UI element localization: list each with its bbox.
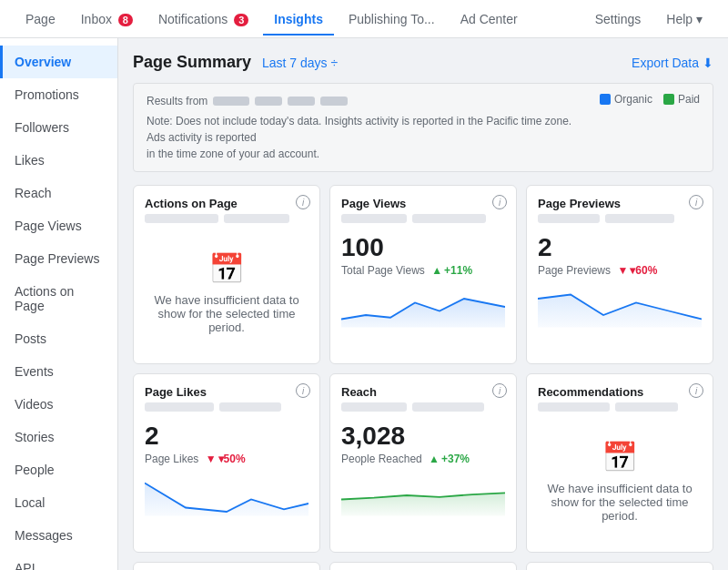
blurred-9 bbox=[341, 402, 407, 412]
info-box: Results from Note: Does not include toda… bbox=[133, 83, 713, 172]
blurred-2 bbox=[224, 214, 289, 223]
svg-marker-1 bbox=[538, 295, 702, 328]
blurred-6 bbox=[605, 214, 674, 223]
metric-label-page-likes: Page Likes ▼▾50% bbox=[145, 453, 308, 465]
blurred-8 bbox=[219, 402, 281, 412]
metric-card-page-likes: Page Likes i 2 Page Likes ▼▾50% bbox=[133, 373, 320, 553]
info-icon-page-views[interactable]: i bbox=[492, 195, 507, 209]
legend-organic: Organic bbox=[600, 93, 652, 106]
blurred-7 bbox=[145, 402, 214, 412]
sidebar-item-followers[interactable]: Followers bbox=[0, 111, 117, 144]
metric-title-actions: Actions on Page bbox=[145, 197, 308, 210]
metric-card-reach: Reach i 3,028 People Reached ▲+37% bbox=[329, 373, 517, 553]
nav-ad-center[interactable]: Ad Center bbox=[450, 3, 529, 36]
page-summary-header: Page Summary Last 7 days ÷ Export Data ⬇ bbox=[133, 53, 713, 72]
insufficient-recommendations: 📅 We have insufficient data to show for … bbox=[538, 422, 702, 541]
sidebar-item-page-previews[interactable]: Page Previews bbox=[0, 242, 117, 275]
info-note: Note: Does not include today's data. Ins… bbox=[147, 113, 585, 162]
metric-label-reach: People Reached ▲+37% bbox=[341, 453, 505, 465]
metric-value-page-likes: 2 bbox=[145, 422, 308, 451]
metric-card-videos: Videos i 32 Total Video Views ▲+39% bbox=[526, 562, 713, 570]
calendar-icon-actions: 📅 bbox=[154, 251, 299, 286]
export-data-button[interactable]: Export Data ⬇ bbox=[632, 56, 713, 70]
metric-change-page-views: ▲+11% bbox=[431, 264, 472, 277]
metric-label-page-views: Total Page Views ▲+11% bbox=[341, 264, 505, 277]
metric-title-recommendations: Recommendations bbox=[538, 385, 702, 399]
info-icon-page-likes[interactable]: i bbox=[296, 383, 310, 398]
chart-page-likes bbox=[145, 473, 308, 518]
blurred-3 bbox=[341, 214, 407, 223]
metric-label-page-previews: Page Previews ▼▾60% bbox=[538, 264, 702, 277]
metric-title-page-views: Page Views bbox=[341, 197, 505, 210]
metric-change-page-previews: ▼▾60% bbox=[617, 264, 657, 277]
sidebar-item-events[interactable]: Events bbox=[0, 355, 117, 388]
redacted-text-2 bbox=[255, 97, 282, 106]
blurred-5 bbox=[538, 214, 600, 223]
nav-notifications[interactable]: Notifications 3 bbox=[147, 3, 259, 36]
metric-card-page-responsiveness: Page Responsiveness As of i 80% Response… bbox=[329, 562, 517, 570]
organic-dot bbox=[600, 94, 611, 105]
redacted-text-1 bbox=[213, 97, 249, 106]
sidebar: Overview Promotions Followers Likes Reac… bbox=[0, 38, 118, 570]
metrics-grid: Actions on Page i 📅 We have insufficient… bbox=[133, 185, 713, 570]
metric-change-reach: ▲+37% bbox=[429, 453, 470, 465]
metric-card-page-views: Page Views i 100 Total Page Views ▲+11% bbox=[329, 185, 517, 364]
sidebar-item-page-views[interactable]: Page Views bbox=[0, 209, 117, 242]
sidebar-item-promotions[interactable]: Promotions bbox=[0, 78, 117, 111]
metric-value-page-previews: 2 bbox=[538, 233, 702, 262]
blurred-10 bbox=[412, 402, 484, 412]
metric-card-actions-on-page: Actions on Page i 📅 We have insufficient… bbox=[133, 185, 320, 364]
sidebar-item-local[interactable]: Local bbox=[0, 486, 117, 519]
blurred-12 bbox=[615, 402, 677, 412]
redacted-text-3 bbox=[288, 97, 315, 106]
info-icon-actions[interactable]: i bbox=[296, 195, 310, 209]
blurred-1 bbox=[145, 214, 218, 223]
metric-card-post-engagements: Post Engagements i 53 Post Engagement ▼▾… bbox=[133, 562, 320, 570]
nav-help[interactable]: Help ▾ bbox=[655, 3, 713, 36]
metric-value-reach: 3,028 bbox=[341, 422, 505, 451]
sidebar-item-messages[interactable]: Messages bbox=[0, 519, 117, 552]
metric-title-page-likes: Page Likes bbox=[145, 385, 308, 399]
info-box-text: Results from Note: Does not include toda… bbox=[147, 93, 585, 162]
inbox-badge: 8 bbox=[118, 14, 133, 26]
nav-settings[interactable]: Settings bbox=[584, 3, 652, 36]
nav-page[interactable]: Page bbox=[15, 3, 66, 36]
metric-change-page-likes: ▼▾50% bbox=[206, 453, 246, 465]
insufficient-actions: 📅 We have insufficient data to show for … bbox=[145, 233, 308, 352]
nav-insights[interactable]: Insights bbox=[263, 3, 334, 36]
main-content: Page Summary Last 7 days ÷ Export Data ⬇… bbox=[118, 38, 728, 570]
redacted-text-4 bbox=[320, 97, 348, 106]
sidebar-item-stories[interactable]: Stories bbox=[0, 421, 117, 453]
chart-page-views bbox=[341, 284, 505, 330]
top-nav: Page Inbox 8 Notifications 3 Insights Pu… bbox=[0, 0, 728, 38]
metric-title-reach: Reach bbox=[341, 385, 505, 399]
notifications-badge: 3 bbox=[234, 14, 248, 26]
sidebar-item-reach[interactable]: Reach bbox=[0, 177, 117, 209]
info-icon-recommendations[interactable]: i bbox=[689, 383, 703, 398]
metric-title-page-previews: Page Previews bbox=[538, 197, 702, 210]
page-summary-title-area: Page Summary Last 7 days ÷ bbox=[133, 53, 338, 72]
blurred-4 bbox=[412, 214, 486, 223]
chart-page-previews bbox=[538, 284, 702, 330]
metric-value-page-views: 100 bbox=[341, 233, 505, 262]
info-icon-page-previews[interactable]: i bbox=[689, 195, 703, 209]
download-icon: ⬇ bbox=[703, 56, 713, 70]
sidebar-item-api[interactable]: API bbox=[0, 552, 117, 570]
sidebar-item-people[interactable]: People bbox=[0, 453, 117, 486]
calendar-icon-recommendations: 📅 bbox=[547, 440, 693, 474]
nav-publishing[interactable]: Publishing To... bbox=[338, 3, 446, 36]
page-summary-title: Page Summary bbox=[133, 53, 251, 71]
sidebar-item-overview[interactable]: Overview bbox=[0, 46, 117, 78]
nav-inbox[interactable]: Inbox 8 bbox=[70, 3, 144, 36]
sidebar-item-videos[interactable]: Videos bbox=[0, 388, 117, 421]
metric-card-page-previews: Page Previews i 2 Page Previews ▼▾60% bbox=[526, 185, 713, 364]
sidebar-item-likes[interactable]: Likes bbox=[0, 144, 117, 177]
paid-dot bbox=[663, 94, 674, 105]
chart-reach bbox=[341, 473, 505, 518]
page-summary-period[interactable]: Last 7 days ÷ bbox=[262, 56, 338, 70]
info-icon-reach[interactable]: i bbox=[492, 383, 507, 398]
sidebar-item-actions-on-page[interactable]: Actions on Page bbox=[0, 275, 117, 322]
sidebar-item-posts[interactable]: Posts bbox=[0, 322, 117, 355]
chart-legend: Organic Paid bbox=[600, 93, 700, 106]
metric-card-recommendations: Recommendations i 📅 We have insufficient… bbox=[526, 373, 713, 553]
